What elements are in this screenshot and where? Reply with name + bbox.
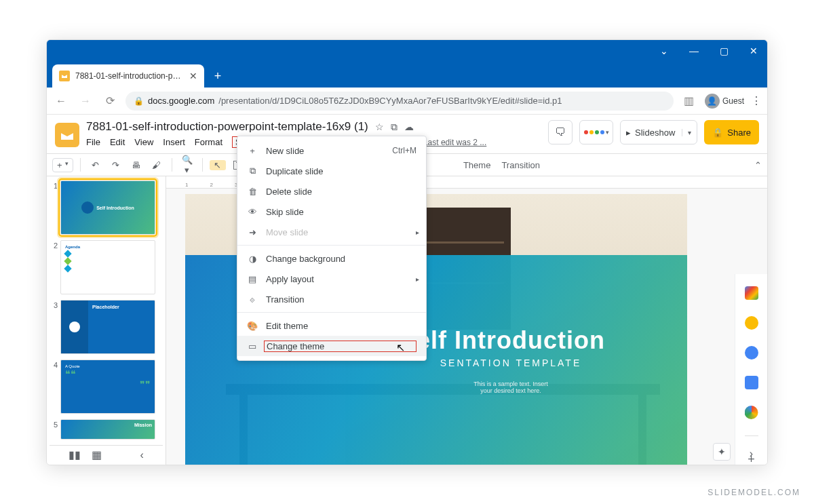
new-tab-button[interactable]: + xyxy=(208,66,227,85)
grid-view-icon[interactable]: ▦ xyxy=(92,448,102,461)
slide-thumbnail-3[interactable]: Placeholder xyxy=(60,300,155,354)
document-title[interactable]: 7881-01-self-introduction-powerpoint-tem… xyxy=(86,120,368,134)
trash-icon: 🗑 xyxy=(247,187,258,197)
contacts-icon[interactable] xyxy=(745,376,758,389)
undo-button[interactable]: ↶ xyxy=(88,160,104,170)
close-window-button[interactable]: ✕ xyxy=(745,45,762,56)
redo-button[interactable]: ↷ xyxy=(108,160,124,170)
menu-insert[interactable]: Insert xyxy=(163,137,185,147)
palette-icon: 🎨 xyxy=(247,321,258,331)
filmstrip: 1 Self Introduction 2 Agenda 3 Placehold… xyxy=(47,176,166,465)
menu-apply-layout[interactable]: ▤Apply layout▸ xyxy=(237,269,426,289)
slide-number: 5 xyxy=(50,419,58,440)
close-tab-icon[interactable]: ✕ xyxy=(189,71,197,81)
cloud-status-icon[interactable]: ☁ xyxy=(404,121,414,133)
select-tool-button[interactable]: ↖ xyxy=(210,160,226,170)
share-label: Share xyxy=(727,128,751,138)
tab-title: 7881-01-self-introduction-powe xyxy=(75,71,184,81)
browser-menu-button[interactable]: ⋮ xyxy=(751,94,762,107)
layout-icon: ▤ xyxy=(247,274,258,284)
slide-thumbnail-2[interactable]: Agenda xyxy=(60,240,155,294)
thumb-title: Mission xyxy=(61,420,155,430)
profile-button[interactable]: 👤 Guest xyxy=(705,94,744,109)
slide-menu-dropdown: +New slideCtrl+M ⧉Duplicate slide 🗑Delet… xyxy=(237,136,427,361)
lock-icon: 🔒 xyxy=(134,96,144,106)
plus-icon: + xyxy=(247,146,258,156)
chevron-down-icon: ▾ xyxy=(606,129,609,136)
url-path: /presentation/d/1D9CiL08o5T6ZzJD0xB9CYyM… xyxy=(218,96,562,106)
new-slide-button[interactable]: +▾ xyxy=(52,158,73,172)
comments-button[interactable]: 🗨 xyxy=(548,120,573,144)
menu-transition[interactable]: ⟐Transition xyxy=(237,289,426,309)
watermark: SLIDEMODEL.COM xyxy=(708,488,800,497)
minimize-button[interactable]: — xyxy=(686,45,702,56)
menu-change-background[interactable]: ◑Change background xyxy=(237,248,426,269)
background-icon: ◑ xyxy=(247,254,258,264)
slideshow-button[interactable]: ▸ Slideshow ▾ xyxy=(620,120,697,144)
slides-favicon-icon xyxy=(59,71,70,81)
mouse-cursor-icon: ↖ xyxy=(396,341,405,354)
url-host: docs.google.com xyxy=(148,96,214,106)
slides-logo-icon[interactable] xyxy=(55,123,79,147)
zoom-button[interactable]: 🔍 ▾ xyxy=(179,155,195,175)
lock-icon: 🔒 xyxy=(712,128,723,138)
thumb-title: Placeholder xyxy=(88,301,123,353)
menu-view[interactable]: View xyxy=(134,137,153,147)
slide-sample-text: This is a sample text. Insertyour desire… xyxy=(324,381,548,394)
play-icon: ▸ xyxy=(626,128,631,138)
browser-tab[interactable]: 7881-01-self-introduction-powe ✕ xyxy=(52,64,204,88)
move-folder-icon[interactable]: ⧉ xyxy=(391,121,398,133)
paint-format-button[interactable]: 🖌 xyxy=(149,160,165,170)
print-button[interactable]: 🖶 xyxy=(128,160,144,170)
tab-strip: 7881-01-self-introduction-powe ✕ + xyxy=(47,62,767,88)
hide-panel-icon[interactable]: › xyxy=(750,448,753,460)
profile-avatar-icon: 👤 xyxy=(705,94,720,109)
menu-edit[interactable]: Edit xyxy=(110,137,125,147)
toolbar-transition[interactable]: Transition xyxy=(501,160,540,170)
menu-new-slide[interactable]: +New slideCtrl+M xyxy=(237,140,426,161)
window-titlebar: ⌄ — ▢ ✕ xyxy=(47,40,767,62)
profile-label: Guest xyxy=(722,96,744,106)
url-field[interactable]: 🔒 docs.google.com/presentation/d/1D9CiL0… xyxy=(125,92,674,111)
side-panel-rail: + › xyxy=(735,274,767,465)
slide-thumbnail-4[interactable]: A Quote ❝❝ ❞❞ xyxy=(60,360,155,414)
nav-back-button[interactable]: ← xyxy=(52,95,70,107)
nav-forward-button[interactable]: → xyxy=(77,95,94,107)
menu-delete-slide[interactable]: 🗑Delete slide xyxy=(237,181,426,201)
menu-format[interactable]: Format xyxy=(195,137,222,147)
theme-icon: ▭ xyxy=(247,341,258,351)
menu-edit-theme[interactable]: 🎨Edit theme xyxy=(237,315,426,336)
maximize-button[interactable]: ▢ xyxy=(716,45,732,56)
menu-move-slide: ➜Move slide▸ xyxy=(237,222,426,242)
toolbar-theme[interactable]: Theme xyxy=(463,160,490,170)
chevron-down-icon[interactable]: ▾ xyxy=(682,129,691,136)
slide-thumbnail-1[interactable]: Self Introduction xyxy=(60,180,155,235)
tasks-icon[interactable] xyxy=(745,346,758,360)
slide-number: 3 xyxy=(50,300,58,354)
last-edit-link[interactable]: Last edit was 2 ... xyxy=(423,138,486,147)
collapse-toolbar-icon[interactable]: ⌃ xyxy=(754,160,762,170)
panel-icon[interactable]: ▥ xyxy=(680,94,698,107)
address-bar: ← → ⟳ 🔒 docs.google.com/presentation/d/1… xyxy=(47,88,767,115)
explore-button[interactable]: ✦ xyxy=(713,443,731,461)
meet-dot-icon xyxy=(600,130,604,134)
thumb-title: Agenda xyxy=(65,245,151,249)
filmstrip-view-icon[interactable]: ▮▮ xyxy=(69,448,81,461)
meet-button[interactable]: ▾ xyxy=(579,120,613,144)
keep-icon[interactable] xyxy=(745,316,758,330)
menu-duplicate-slide[interactable]: ⧉Duplicate slide xyxy=(237,161,426,181)
collapse-filmstrip-icon[interactable]: ‹ xyxy=(140,449,144,461)
menu-skip-slide[interactable]: 👁Skip slide xyxy=(237,201,426,222)
menu-file[interactable]: File xyxy=(86,137,100,147)
reload-button[interactable]: ⟳ xyxy=(101,94,119,107)
calendar-icon[interactable] xyxy=(745,286,758,300)
titlebar-chevron-icon[interactable]: ⌄ xyxy=(656,45,672,56)
share-button[interactable]: 🔒 Share xyxy=(704,120,759,144)
star-icon[interactable]: ☆ xyxy=(375,121,384,133)
maps-icon[interactable] xyxy=(745,406,758,419)
meet-dot-icon xyxy=(595,130,599,134)
slideshow-label: Slideshow xyxy=(635,128,675,138)
meet-dot-icon xyxy=(589,130,594,134)
slide-number: 2 xyxy=(50,240,58,294)
slide-thumbnail-5[interactable]: Mission xyxy=(60,419,155,440)
